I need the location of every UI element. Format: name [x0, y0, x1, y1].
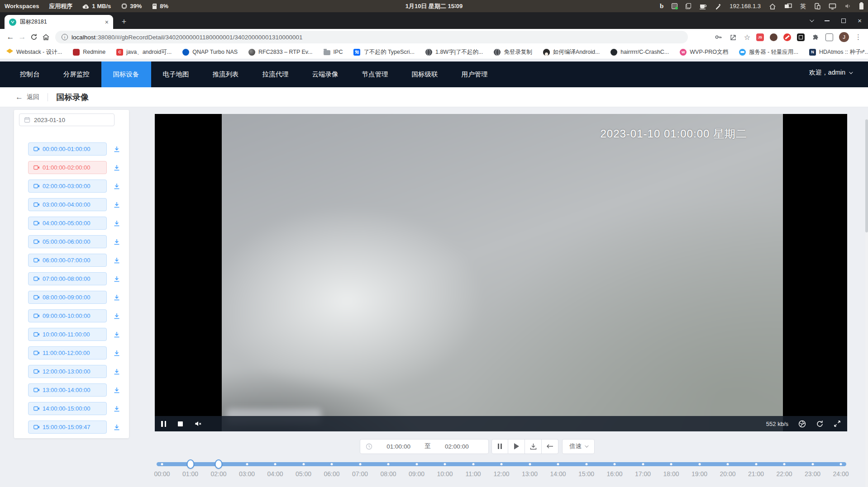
- record-download-button[interactable]: [112, 237, 121, 246]
- tab-search-chevron-icon[interactable]: [810, 18, 814, 22]
- player-stop-button[interactable]: [178, 421, 183, 426]
- url-address-bar[interactable]: i localhost:38080/#/gbRecordDetail/34020…: [55, 31, 688, 43]
- record-download-button[interactable]: [112, 293, 121, 302]
- playback-speed-dropdown[interactable]: 倍速: [562, 439, 595, 454]
- browser-forward-button[interactable]: →: [16, 31, 28, 43]
- record-timerange-button[interactable]: 15:00:00-15:09:47: [28, 421, 107, 434]
- record-download-button[interactable]: [112, 256, 121, 265]
- extension-cola-icon[interactable]: [770, 33, 777, 41]
- record-timerange-button[interactable]: 04:00:00-05:00:00: [28, 217, 107, 230]
- record-download-button[interactable]: [112, 274, 121, 284]
- bookmark-item[interactable]: 服务器 - 轻量应用...: [739, 48, 798, 56]
- tab-close-icon[interactable]: ×: [105, 19, 109, 25]
- record-timerange-button[interactable]: 11:00:00-12:00:00: [28, 346, 107, 359]
- battery-icon[interactable]: [859, 3, 863, 9]
- record-download-button[interactable]: [112, 182, 121, 191]
- nav-tab[interactable]: 国标级联: [400, 61, 450, 87]
- user-menu[interactable]: 欢迎，admin: [809, 60, 852, 85]
- start-time-value[interactable]: 01:00:00: [372, 443, 424, 450]
- applications-button[interactable]: 应用程序: [49, 2, 72, 10]
- screenshot-tray-icon[interactable]: [672, 3, 677, 9]
- record-timerange-button[interactable]: 05:00:00-06:00:00: [28, 235, 107, 248]
- record-download-button[interactable]: [112, 330, 121, 339]
- record-download-button[interactable]: [112, 145, 121, 154]
- player-refresh-icon[interactable]: [816, 420, 824, 428]
- color-picker-tray-icon[interactable]: [715, 3, 721, 9]
- browser-home-button[interactable]: [40, 31, 52, 43]
- nav-tab[interactable]: 国标设备: [101, 61, 151, 87]
- bookmark-item[interactable]: 免登录复制: [494, 48, 532, 56]
- input-method-indicator[interactable]: 英: [800, 2, 806, 10]
- ip-address-indicator[interactable]: 192.168.1.3: [730, 3, 761, 9]
- play-button[interactable]: [508, 439, 525, 454]
- bookmark-item[interactable]: Webstack - 设计...: [6, 48, 62, 56]
- volume-muted-icon[interactable]: [844, 3, 851, 9]
- bookmark-item[interactable]: Redmine: [73, 49, 105, 56]
- player-mute-icon[interactable]: [195, 421, 202, 427]
- record-timerange-button[interactable]: 08:00:00-09:00:00: [28, 291, 107, 304]
- password-key-icon[interactable]: [714, 33, 723, 42]
- clipboard-tray-icon[interactable]: [686, 3, 691, 9]
- record-timerange-button[interactable]: 07:00:00-08:00:00: [28, 272, 107, 285]
- window-close-button[interactable]: ×: [858, 17, 862, 24]
- site-info-icon[interactable]: i: [62, 34, 68, 40]
- bookmark-item[interactable]: WVP-PRO文档: [680, 48, 728, 56]
- bookmark-item[interactable]: RFC2833 – RTP Ev...: [248, 49, 313, 56]
- bookmark-star-icon[interactable]: ☆: [744, 33, 750, 42]
- record-download-button[interactable]: [112, 200, 121, 209]
- window-maximize-button[interactable]: [841, 19, 846, 23]
- window-minimize-button[interactable]: [825, 20, 830, 21]
- record-download-button[interactable]: [112, 386, 121, 395]
- record-timerange-button[interactable]: 00:00:00-01:00:00: [28, 142, 107, 156]
- record-timerange-button[interactable]: 10:00:00-11:00:00: [28, 328, 107, 341]
- nav-tab[interactable]: 推流列表: [201, 61, 251, 87]
- back-button[interactable]: 返回: [27, 93, 39, 101]
- share-icon[interactable]: [729, 33, 738, 42]
- record-timerange-button[interactable]: 09:00:00-10:00:00: [28, 309, 107, 322]
- bookmark-item[interactable]: 1.8W字|了不起的...: [425, 48, 483, 56]
- extensions-puzzle-icon[interactable]: [811, 33, 820, 42]
- new-tab-button[interactable]: +: [119, 16, 129, 27]
- extension-js-icon[interactable]: JS: [756, 33, 764, 41]
- record-download-button[interactable]: [112, 423, 121, 432]
- record-download-button[interactable]: [112, 404, 121, 413]
- record-download-button[interactable]: [112, 219, 121, 228]
- record-timerange-button[interactable]: 14:00:00-15:00:00: [28, 402, 107, 415]
- record-timerange-button[interactable]: 02:00:00-03:00:00: [28, 180, 107, 193]
- snapshot-shutter-icon[interactable]: [798, 420, 806, 428]
- bookmark-item[interactable]: hairrrrr/C-CrashC...: [610, 49, 669, 56]
- time-range-input[interactable]: 01:00:00 至 02:00:00: [360, 439, 489, 454]
- nav-tab[interactable]: 用户管理: [450, 61, 500, 87]
- nav-tab[interactable]: 电子地图: [151, 61, 201, 87]
- date-picker-input[interactable]: 2023-01-10: [19, 113, 114, 126]
- bing-tray-icon[interactable]: b: [660, 2, 663, 10]
- browser-reload-button[interactable]: [28, 31, 40, 43]
- browser-menu-icon[interactable]: ⋮: [855, 33, 862, 41]
- browser-back-button[interactable]: ←: [5, 31, 16, 43]
- record-timerange-button[interactable]: 01:00:00-02:00:00: [28, 161, 107, 174]
- bookmark-item[interactable]: 如何编译Android...: [543, 48, 600, 56]
- workspaces-button[interactable]: Workspaces: [5, 3, 39, 9]
- record-download-button[interactable]: [112, 349, 121, 358]
- browser-tab[interactable]: 国标28181 ×: [5, 15, 113, 29]
- bookmark-item[interactable]: IPC: [324, 49, 343, 55]
- display-tray-icon[interactable]: [829, 3, 836, 9]
- seek-back-button[interactable]: [542, 439, 558, 454]
- extension-frame-icon[interactable]: [825, 33, 833, 41]
- record-download-button[interactable]: [112, 312, 121, 321]
- video-player[interactable]: 2023-01-10 01:00:00 星期二 552 kb/s: [155, 114, 847, 431]
- fullscreen-icon[interactable]: [834, 420, 841, 427]
- coffee-caffeine-icon[interactable]: [699, 3, 707, 9]
- extension-dark-square-icon[interactable]: [797, 33, 805, 41]
- bookmarks-overflow-chevron[interactable]: »: [860, 48, 863, 55]
- nav-tab[interactable]: 云端录像: [300, 61, 350, 87]
- record-download-button[interactable]: [112, 163, 121, 172]
- pause-button[interactable]: [491, 439, 508, 454]
- record-timerange-button[interactable]: 06:00:00-07:00:00: [28, 254, 107, 267]
- back-arrow-icon[interactable]: ←: [15, 93, 23, 102]
- nav-tab[interactable]: 拉流代理: [251, 61, 300, 87]
- nav-tab[interactable]: 控制台: [8, 61, 52, 87]
- home-tray-icon[interactable]: [769, 3, 776, 9]
- bookmark-item[interactable]: 了不起的 TypeScri...: [353, 48, 415, 56]
- workspace-switcher-icon[interactable]: [784, 3, 792, 9]
